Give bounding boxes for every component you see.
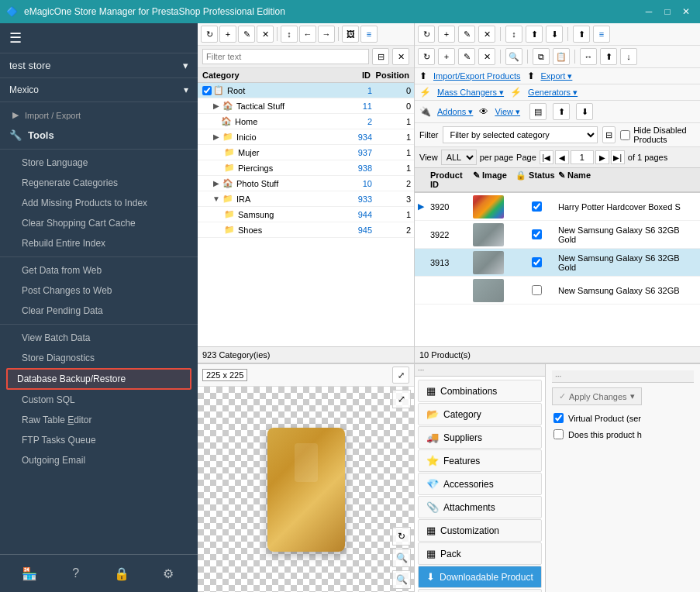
special-button[interactable]: ≡ (360, 26, 378, 43)
category-row-piercings[interactable]: 📁 Piercings 938 1 (198, 160, 414, 176)
last-page-button[interactable]: ▶| (611, 150, 625, 164)
category-row-shoes[interactable]: 📁 Shoes 945 2 (198, 222, 414, 238)
category-filter-input[interactable] (202, 49, 369, 64)
view-link[interactable]: View ▾ (495, 107, 520, 117)
generators-link[interactable]: Generators ▾ (528, 88, 578, 98)
photo-toggle[interactable]: ▶ (212, 179, 221, 188)
sidebar-item-get-data-from-web[interactable]: Get Data from Web (0, 260, 198, 281)
sort-button[interactable]: ↓ (620, 48, 637, 65)
does-product-checkbox[interactable] (553, 429, 564, 439)
sidebar-item-raw-table-editor[interactable]: Raw Table Editor (0, 410, 198, 430)
sidebar-item-clear-pending-data[interactable]: Clear Pending Data (0, 301, 198, 321)
tab-accessories[interactable]: 💎 Accessories (418, 473, 542, 495)
move-left-button[interactable]: ← (299, 26, 316, 43)
sidebar-item-store-language[interactable]: Store Language (0, 153, 198, 173)
tab-customization[interactable]: ▦ Customization (418, 519, 542, 542)
table-row[interactable]: 3913 New Samsung Galaxy S6 32GB Gold (415, 249, 700, 277)
add-product-button[interactable]: + (438, 26, 455, 43)
category-row-inicio[interactable]: ▶ 📁 Inicio 934 1 (198, 129, 414, 145)
sidebar-item-store-diagnostics[interactable]: Store Diagnostics (0, 348, 198, 368)
move-products-button[interactable]: ↕ (505, 26, 522, 43)
copy-products-button[interactable]: ⬆ (526, 26, 543, 43)
delete-category-button[interactable]: ✕ (257, 26, 274, 43)
product-status-checkbox-3920[interactable] (532, 201, 542, 212)
expand-3920[interactable]: ▶ (418, 201, 430, 212)
sidebar-item-outgoing-email[interactable]: Outgoing Email (0, 450, 198, 470)
sidebar-item-regenerate-categories[interactable]: Regenerate Categories (0, 173, 198, 193)
maximize-button[interactable]: □ (660, 4, 675, 19)
sidebar-item-tools[interactable]: 🔧 Tools (0, 125, 198, 146)
category-row-ira[interactable]: ▼ 📁 IRA 933 3 (198, 191, 414, 207)
sidebar-item-custom-sql[interactable]: Custom SQL (0, 390, 198, 410)
category-row-photo-stuff[interactable]: ▶ 🏠 Photo Stuff 10 2 (198, 176, 414, 191)
columns-button[interactable]: ▤ (529, 103, 547, 120)
copy-2-button[interactable]: ⧉ (533, 48, 550, 65)
delete-2-button[interactable]: ✕ (478, 48, 495, 65)
table-row[interactable]: New Samsung Galaxy S6 32GB (415, 277, 700, 305)
zoom-out-image-button[interactable]: 🔍 (392, 570, 411, 589)
view-select[interactable]: ALL 50 100 (441, 150, 477, 165)
sidebar-item-add-missing-products[interactable]: Add Missing Products to Index (0, 193, 198, 213)
sidebar-item-rebuild-entire-index[interactable]: Rebuild Entire Index (0, 233, 198, 253)
store-selector[interactable]: test store ▾ (0, 53, 198, 78)
filter-icon-button[interactable]: ⊟ (602, 126, 616, 143)
ira-toggle[interactable]: ▼ (212, 194, 221, 204)
minimize-button[interactable]: ─ (641, 4, 657, 19)
refresh-2-button[interactable]: ↻ (418, 48, 435, 65)
apply-changes-button[interactable]: ✓ Apply Changes ▾ (552, 387, 642, 405)
delete-product-button[interactable]: ✕ (478, 26, 495, 43)
refresh-button[interactable]: ↻ (201, 26, 218, 43)
inicio-toggle[interactable]: ▶ (212, 133, 221, 142)
product-status-checkbox-3913[interactable] (532, 257, 542, 267)
edit-product-button[interactable]: ✎ (458, 26, 475, 43)
first-page-button[interactable]: |◀ (540, 150, 553, 164)
category-row-home[interactable]: 🏠 Home 2 1 (198, 114, 414, 129)
tab-pack[interactable]: ▦ Pack (418, 542, 542, 565)
edit-2-button[interactable]: ✎ (458, 48, 475, 65)
tab-category[interactable]: 📂 Category (418, 403, 542, 425)
hamburger-menu[interactable]: ☰ (9, 30, 22, 46)
sidebar-item-ftp-tasks-queue[interactable]: FTP Tasks Queue (0, 430, 198, 450)
addons-link[interactable]: Addons ▾ (437, 107, 473, 117)
bottom-icon-help[interactable]: ? (64, 561, 88, 586)
tab-combinations[interactable]: ▦ Combinations (418, 380, 542, 402)
category-row-samsung[interactable]: 📁 Samsung 944 1 (198, 207, 414, 222)
category-row-root[interactable]: 📋 Root 1 0 (198, 83, 414, 98)
rotate-image-button[interactable]: ↻ (392, 527, 411, 546)
filter-apply-button[interactable]: ⊟ (372, 48, 389, 65)
open-image-button[interactable]: ⤢ (392, 390, 411, 408)
bottom-icon-lock[interactable]: 🔒 (109, 561, 134, 586)
edit-category-button[interactable]: ✎ (238, 26, 255, 43)
region-selector[interactable]: Mexico ▾ (0, 78, 198, 102)
special-products-button[interactable]: ≡ (593, 26, 610, 43)
import-export-button[interactable]: ⬆ (573, 26, 590, 43)
sidebar-item-clear-shopping-cart[interactable]: Clear Shopping Cart Cache (0, 213, 198, 233)
search-button[interactable]: 🔍 (505, 48, 522, 65)
bottom-icon-store[interactable]: 🏪 (17, 561, 42, 586)
image-button[interactable]: 🖼 (342, 26, 359, 43)
category-row-mujer[interactable]: 📁 Mujer 937 1 (198, 145, 414, 160)
filter-select[interactable]: Filter by selected category Show all pro… (443, 126, 598, 143)
paste-products-button[interactable]: ⬇ (546, 26, 563, 43)
table-row[interactable]: 3922 New Samsung Galaxy S6 32GB Gold (415, 221, 700, 249)
arrange-button[interactable]: ⬆ (600, 48, 617, 65)
sidebar-item-database-backup-restore[interactable]: Database Backup/Restore (6, 368, 191, 390)
sidebar-item-post-changes-to-web[interactable]: Post Changes to Web (0, 281, 198, 301)
expand-image-button[interactable]: ⤢ (392, 367, 409, 384)
root-checkbox[interactable] (202, 86, 212, 95)
category-row-tactical-stuff[interactable]: ▶ 🏠 Tactical Stuff 11 0 (198, 98, 414, 114)
filter-clear-button[interactable]: ✕ (392, 48, 409, 65)
export-link[interactable]: Export ▾ (541, 71, 573, 81)
mass-changers-link[interactable]: Mass Changers ▾ (437, 88, 504, 98)
product-status-checkbox-last[interactable] (532, 285, 542, 295)
move-up-button[interactable]: ↕ (281, 26, 298, 43)
refresh-products-button[interactable]: ↻ (418, 26, 435, 43)
next-page-button[interactable]: ▶ (595, 150, 609, 164)
tab-suppliers[interactable]: 🚚 Suppliers (418, 426, 542, 449)
tab-downloadable-product[interactable]: ⬇ Downloadable Product (418, 566, 542, 588)
table-row[interactable]: ▶ 3920 Harry Potter Hardcover Boxed S (415, 193, 700, 221)
sidebar-item-import-export[interactable]: ▶ Import / Export (0, 105, 198, 125)
add-category-button[interactable]: + (219, 26, 236, 43)
zoom-image-button[interactable]: 🔍 (392, 549, 411, 567)
tactical-toggle[interactable]: ▶ (212, 102, 221, 111)
